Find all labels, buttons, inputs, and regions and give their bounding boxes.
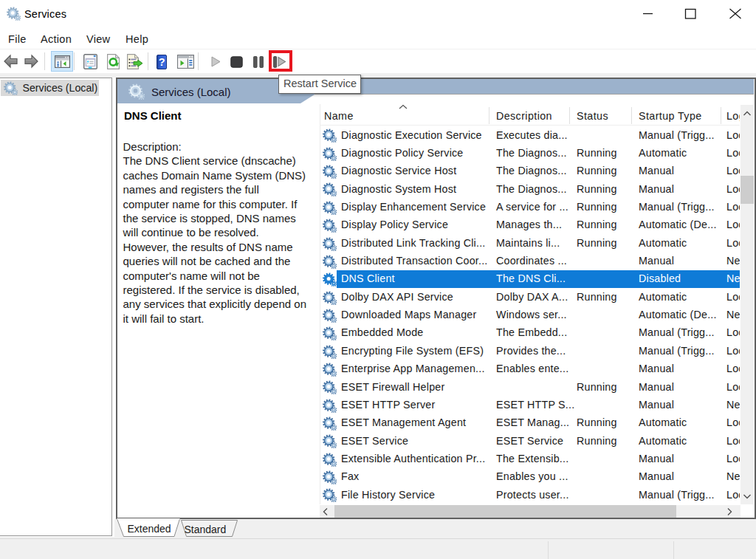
svg-text:Standard: Standard xyxy=(185,524,227,535)
svg-text:Extended: Extended xyxy=(128,523,171,535)
svg-text:?: ? xyxy=(159,56,165,68)
